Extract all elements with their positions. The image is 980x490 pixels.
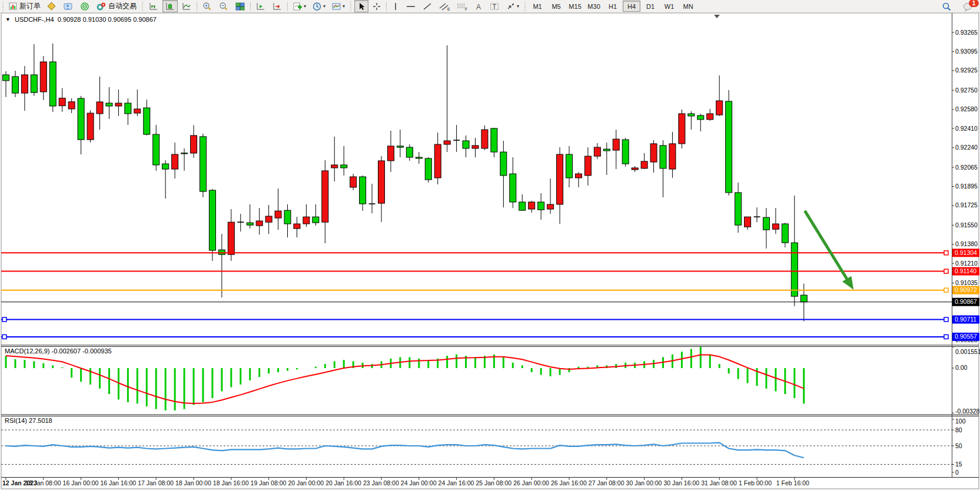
arrows-button[interactable]: ▾ [503,0,521,12]
hline-handle[interactable] [944,317,948,322]
candle [679,110,685,148]
chart-menu-triangle-icon[interactable]: ▼ [5,16,11,22]
profiles-button[interactable] [61,0,76,12]
price-tag-label: 0.91140 [955,267,976,274]
tile-windows-icon [235,2,245,11]
timeframe-button-m5[interactable]: M5 [547,1,565,12]
vertical-line-icon [391,2,400,11]
timeframe-button-m1[interactable]: M1 [529,1,546,12]
rsi-axis-label: 100 [955,418,966,425]
chart-shift-icon [272,2,283,11]
price-axis-label: 0.92750 [955,87,978,94]
timeframe-button-w1[interactable]: W1 [660,1,678,12]
signals-button[interactable] [77,0,92,12]
cursor-icon [357,2,366,11]
timeframe-button-mn[interactable]: MN [679,1,697,12]
timeframe-button-d1[interactable]: D1 [642,1,659,12]
periods-button[interactable]: ▾ [310,0,328,12]
price-axis-label: 0.92580 [955,105,978,112]
macd-name: MACD(12,26,9) [5,347,49,355]
price-tag-label: 0.90972 [955,286,977,293]
chart-line-button[interactable] [179,0,194,12]
fibonacci-icon: F [456,2,468,11]
chart-bars-button[interactable] [146,0,161,12]
zoom-out-button[interactable] [216,0,231,12]
chart-symbol-period: USDCHF-,H4 [15,16,54,23]
macd-axis-label: 0.001551 [955,348,980,355]
zoom-in-button[interactable] [200,0,215,12]
new-order-button[interactable]: 新订单 [6,0,43,12]
time-axis-label: 26 Jan 16:00 [551,479,587,486]
fibonacci-button[interactable]: F [454,0,470,12]
toolbar-grip[interactable] [523,2,527,11]
svg-text:E: E [447,7,450,11]
time-axis-label: 25 Jan 08:00 [476,479,511,486]
time-axis-label: 27 Jan 08:00 [589,479,624,486]
toolbar: 新订单 自动交易 [0,0,980,13]
chart-ohlc-readout: 0.90928 0.91030 0.90695 0.90867 [58,16,157,23]
hline-handle[interactable] [2,335,6,339]
indicators-button[interactable]: ▾ [290,0,308,12]
templates-button[interactable]: ▾ [329,0,347,12]
dropdown-caret: ▾ [517,4,519,9]
trendline-button[interactable] [420,0,435,12]
price-axis-label: 0.92240 [955,144,978,151]
hline-handle[interactable] [2,317,6,322]
tile-windows-button[interactable] [232,0,248,12]
time-axis-label: 26 Jan 00:00 [513,479,549,486]
price-axis-label: 0.92065 [955,164,978,171]
text-label-button[interactable]: T [487,0,502,12]
candle [87,110,94,143]
autotrading-button[interactable]: 自动交易 [94,0,139,12]
rsi-axis-label: 50 [955,442,962,449]
chart-candles-button[interactable] [162,0,178,12]
macd-axis-label: 0.00 [955,364,968,371]
price-tag-label: 0.90867 [955,298,977,305]
price-axis-label: 0.92925 [955,67,978,74]
vertical-line-button[interactable] [389,0,402,12]
time-axis-label: 16 Jan 00:00 [63,479,99,486]
search-icon[interactable] [939,0,954,12]
autotrading-label: 自动交易 [108,1,137,11]
toolbar-grip[interactable] [141,2,144,11]
mt4-terminal: 新订单 自动交易 [0,0,980,490]
price-axis-label: 0.91380 [955,240,978,247]
hline-handle[interactable] [944,251,948,255]
time-axis-label: 13 Jan 08:00 [25,479,61,486]
timeframe-button-m30[interactable]: M30 [585,1,603,12]
equidistant-channel-button[interactable]: E [436,0,453,12]
time-axis-label: 31 Jan 08:00 [701,479,737,486]
time-axis-label: 18 Jan 16:00 [213,479,249,486]
chat-icon[interactable]: 1 [961,0,976,12]
timeframe-button-h1[interactable]: H1 [604,1,622,12]
template-icon [331,2,342,11]
trendline-icon [422,2,433,11]
chart-shift-button[interactable] [270,0,285,12]
horizontal-line-button[interactable] [403,0,418,12]
hline-handle[interactable] [944,269,948,273]
time-axis-label: 16 Jan 16:00 [100,479,136,486]
horizontal-line-icon [406,2,416,11]
rsi-value: 27.5018 [29,417,52,424]
auto-scroll-button[interactable] [253,0,268,12]
time-axis-label: 23 Jan 08:00 [363,479,399,486]
hline-handle[interactable] [944,288,948,292]
text-button[interactable]: A [471,0,486,12]
rsi-name: RSI(14) [5,417,27,424]
hline-handle[interactable] [944,335,948,339]
toolbar-grip[interactable] [349,2,353,11]
timeframe-button-m15[interactable]: M15 [566,1,584,12]
time-axis-label: 19 Jan 08:00 [251,479,287,486]
timeframe-button-h4[interactable]: H4 [623,1,640,12]
autotrading-icon [96,2,107,11]
candle [622,138,629,167]
crosshair-button[interactable] [370,0,384,12]
clock-icon [312,2,323,11]
price-axis-label: 0.91895 [955,183,978,190]
svg-text:A: A [476,2,481,11]
macd-axis-label: -0.00328 [955,408,980,415]
toolbar-grip[interactable] [1,2,5,11]
new-chart-button[interactable] [44,0,59,12]
cursor-button[interactable] [354,0,368,12]
rsi-indicator-label: RSI(14) 27.5018 [5,417,52,424]
